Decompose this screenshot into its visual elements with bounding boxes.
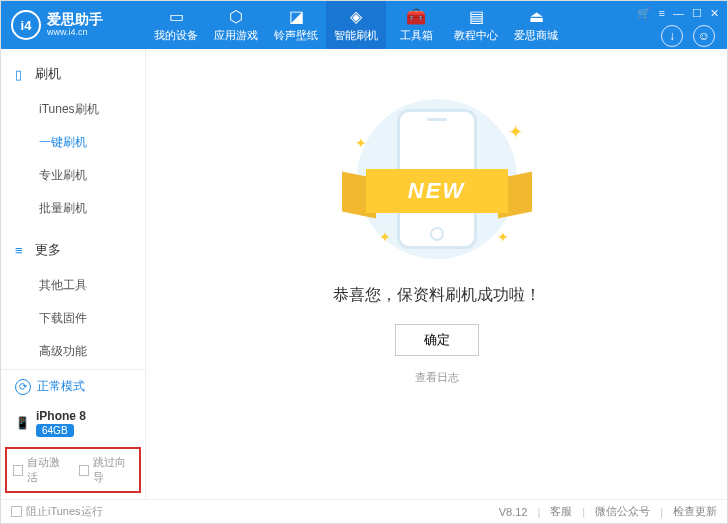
sidebar-item-other-tools[interactable]: 其他工具 <box>1 269 145 302</box>
sidebar-group-more: ≡ 更多 <box>1 235 145 265</box>
toolbox-icon: 🧰 <box>406 7 426 25</box>
brand-name: 爱思助手 <box>47 12 103 27</box>
user-button[interactable]: ☺ <box>693 25 715 47</box>
logo-badge: i4 <box>11 10 41 40</box>
flash-icon: ◈ <box>350 7 362 25</box>
tab-store[interactable]: ⏏爱思商城 <box>506 1 566 49</box>
tab-smart-flash[interactable]: ◈智能刷机 <box>326 1 386 49</box>
brand-logo: i4 爱思助手 www.i4.cn <box>1 10 146 40</box>
ok-button[interactable]: 确定 <box>395 324 479 356</box>
version-label: V8.12 <box>499 506 528 518</box>
storage-badge: 64GB <box>36 424 74 437</box>
refresh-icon: ⟳ <box>15 379 31 395</box>
main-tabs: ▭我的设备 ⬡应用游戏 ◪铃声壁纸 ◈智能刷机 🧰工具箱 ▤教程中心 ⏏爱思商城 <box>146 1 637 49</box>
store-icon: ⏏ <box>529 7 544 25</box>
close-button[interactable]: ✕ <box>710 7 719 20</box>
check-update-link[interactable]: 检查更新 <box>673 504 717 519</box>
sidebar-item-advanced[interactable]: 高级功能 <box>1 335 145 368</box>
phone-icon: ▭ <box>169 7 184 25</box>
book-icon: ▤ <box>469 7 484 25</box>
download-button[interactable]: ↓ <box>661 25 683 47</box>
tab-apps-games[interactable]: ⬡应用游戏 <box>206 1 266 49</box>
tab-toolbox[interactable]: 🧰工具箱 <box>386 1 446 49</box>
music-icon: ◪ <box>289 7 304 25</box>
auto-activate-checkbox[interactable]: 自动激活 <box>13 455 67 485</box>
block-itunes-checkbox[interactable]: 阻止iTunes运行 <box>11 504 103 519</box>
view-log-link[interactable]: 查看日志 <box>415 370 459 385</box>
device-icon: 📱 <box>15 416 30 430</box>
sidebar-item-itunes-flash[interactable]: iTunes刷机 <box>1 93 145 126</box>
skip-guide-checkbox[interactable]: 跳过向导 <box>79 455 133 485</box>
cart-icon[interactable]: 🛒 <box>637 7 651 20</box>
tab-my-device[interactable]: ▭我的设备 <box>146 1 206 49</box>
mode-row[interactable]: ⟳ 正常模式 <box>1 370 145 403</box>
minimize-button[interactable]: — <box>673 7 684 19</box>
customer-service-link[interactable]: 客服 <box>550 504 572 519</box>
sidebar-item-download-firmware[interactable]: 下载固件 <box>1 302 145 335</box>
sidebar-group-flash: ▯ 刷机 <box>1 59 145 89</box>
brand-url: www.i4.cn <box>47 28 103 38</box>
menu-icon[interactable]: ≡ <box>659 7 665 19</box>
sidebar-item-batch-flash[interactable]: 批量刷机 <box>1 192 145 225</box>
sidebar-item-pro-flash[interactable]: 专业刷机 <box>1 159 145 192</box>
tab-ringtones-wallpapers[interactable]: ◪铃声壁纸 <box>266 1 326 49</box>
wechat-link[interactable]: 微信公众号 <box>595 504 650 519</box>
device-row[interactable]: 📱 iPhone 8 64GB <box>1 403 145 447</box>
success-illustration: ✦ ✦ ✦ ✦ NEW <box>337 99 537 259</box>
ribbon-label: NEW <box>366 169 508 213</box>
tab-tutorials[interactable]: ▤教程中心 <box>446 1 506 49</box>
apps-icon: ⬡ <box>229 7 243 25</box>
success-message: 恭喜您，保资料刷机成功啦！ <box>333 285 541 306</box>
phone-outline-icon: ▯ <box>15 67 29 82</box>
options-highlight: 自动激活 跳过向导 <box>5 447 141 493</box>
list-icon: ≡ <box>15 243 29 258</box>
sidebar-item-oneclick-flash[interactable]: 一键刷机 <box>1 126 145 159</box>
maximize-button[interactable]: ☐ <box>692 7 702 20</box>
